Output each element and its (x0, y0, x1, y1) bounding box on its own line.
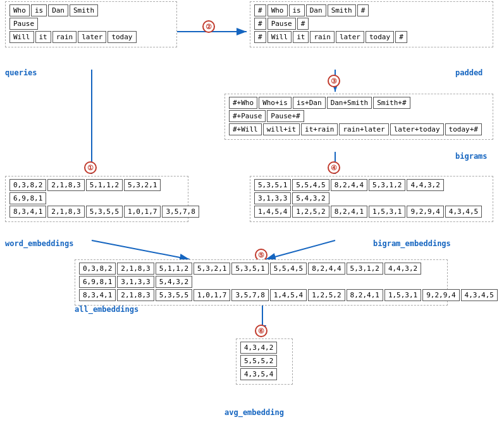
bigrams-row-0: #+Who Who+is is+Dan Dan+Smith Smith+# (229, 97, 489, 109)
token: 5,3,1,2 (347, 263, 383, 275)
queries-row-2: Will it rain later today (9, 31, 173, 43)
token: # (395, 31, 407, 43)
token: 5,1,1,2 (86, 179, 123, 191)
token: 5,3,5,1 (231, 263, 268, 275)
token: 4,3,4,5 (461, 289, 498, 301)
token: 8,3,4,1 (79, 289, 116, 301)
token: Pause+# (267, 110, 304, 122)
token: Dan (306, 4, 326, 16)
padded-row-1: # Pause # (254, 18, 489, 30)
padded-label: padded (455, 68, 482, 77)
step-1: ① (84, 161, 97, 174)
token: 5,5,5,2 (240, 355, 277, 367)
token: Pause (9, 18, 38, 30)
step-4: ④ (328, 161, 340, 174)
token: 1,2,5,2 (292, 206, 329, 218)
token: 5,3,2,1 (124, 179, 161, 191)
token: Dan+Smith (327, 97, 372, 109)
ae-row-2: 8,3,4,1 2,1,8,3 5,3,5,5 1,0,1,7 3,5,7,8 … (79, 289, 443, 301)
all-embeddings-box: 0,3,8,2 2,1,8,3 5,1,1,2 5,3,2,1 5,3,5,1 … (75, 259, 448, 306)
avg-embedding-label: avg_embedding (224, 408, 284, 417)
token: Will (267, 31, 292, 43)
token: today+# (445, 123, 482, 135)
token: 5,4,3,2 (292, 192, 329, 204)
token: 1,5,3,1 (384, 289, 421, 301)
token: 4,3,5,4 (240, 368, 277, 380)
token: 3,1,3,3 (254, 192, 291, 204)
token: Smith+# (373, 97, 410, 109)
token: 5,3,5,5 (156, 289, 192, 301)
token: Who (9, 4, 30, 16)
token: 9,2,9,4 (407, 206, 443, 218)
token: is (289, 4, 305, 16)
token: 1,0,1,7 (124, 206, 161, 218)
avg-embedding-box: 4,3,4,2 5,5,5,2 4,3,5,4 (236, 338, 293, 385)
token: # (254, 31, 266, 43)
token: 0,3,8,2 (9, 179, 46, 191)
bigram-embeddings-label: bigram_embeddings (373, 239, 451, 248)
avg-row-2: 4,3,5,4 (240, 368, 288, 380)
token: is+Dan (293, 97, 326, 109)
token: later (336, 31, 364, 43)
token: it+rain (301, 123, 338, 135)
bigrams-box: #+Who Who+is is+Dan Dan+Smith Smith+# #+… (224, 94, 493, 140)
token: 4,4,3,2 (384, 263, 421, 275)
bigrams-row-2: #+Will will+it it+rain rain+later later+… (229, 123, 489, 135)
token: Pause (267, 18, 296, 30)
we-row-1: 6,9,8,1 (9, 192, 184, 204)
token: later (78, 31, 106, 43)
token: 6,9,8,1 (9, 192, 46, 204)
token: 3,5,7,8 (231, 289, 268, 301)
token: Who (267, 4, 288, 16)
token: 9,2,9,4 (422, 289, 459, 301)
token: Will (9, 31, 34, 43)
token: 5,3,5,5 (86, 206, 123, 218)
token: 5,3,1,2 (369, 179, 405, 191)
be-row-0: 5,3,5,1 5,5,4,5 8,2,4,4 5,3,1,2 4,4,3,2 (254, 179, 489, 191)
token: will+it (263, 123, 300, 135)
token: 1,4,5,4 (270, 289, 307, 301)
queries-box: Who is Dan Smith Pause Will it rain late… (5, 1, 177, 47)
step-6: ⑥ (255, 325, 267, 337)
step-2: ② (202, 20, 215, 33)
padded-row-0: # Who is Dan Smith # (254, 4, 489, 16)
token: #+Will (229, 123, 262, 135)
token: 0,3,8,2 (79, 263, 116, 275)
token: Who+is (259, 97, 292, 109)
token: 8,2,4,4 (331, 179, 367, 191)
token: 2,1,8,3 (47, 206, 84, 218)
svg-line-5 (92, 240, 190, 259)
ae-row-0: 0,3,8,2 2,1,8,3 5,1,1,2 5,3,2,1 5,3,5,1 … (79, 263, 443, 275)
ae-row-1: 6,9,8,1 3,1,3,3 5,4,3,2 (79, 276, 443, 288)
token: 3,5,7,8 (162, 206, 199, 218)
token: 5,1,1,2 (156, 263, 192, 275)
token: today (108, 31, 136, 43)
token: 3,1,3,3 (117, 276, 154, 288)
token: Smith (328, 4, 356, 16)
be-row-2: 1,4,5,4 1,2,5,2 8,2,4,1 1,5,3,1 9,2,9,4 … (254, 206, 489, 218)
token: today (366, 31, 394, 43)
token: it (293, 31, 309, 43)
token: it (35, 31, 51, 43)
token: 2,1,8,3 (47, 179, 84, 191)
queries-row-1: Pause (9, 18, 173, 30)
token: 5,3,2,1 (194, 263, 230, 275)
token: # (357, 4, 369, 16)
token: 4,3,4,2 (240, 342, 277, 354)
token: 1,4,5,4 (254, 206, 291, 218)
token: 5,4,3,2 (156, 276, 192, 288)
queries-row-0: Who is Dan Smith (9, 4, 173, 16)
word-embeddings-label: word_embeddings (5, 239, 73, 248)
bigrams-row-1: #+Pause Pause+# (229, 110, 489, 122)
token: 1,2,5,2 (308, 289, 345, 301)
step-3: ③ (328, 75, 340, 87)
word-embeddings-box: 0,3,8,2 2,1,8,3 5,1,1,2 5,3,2,1 6,9,8,1 … (5, 176, 188, 222)
token: # (254, 18, 266, 30)
avg-row-1: 5,5,5,2 (240, 355, 288, 367)
token: 4,3,4,5 (445, 206, 482, 218)
we-row-0: 0,3,8,2 2,1,8,3 5,1,1,2 5,3,2,1 (9, 179, 184, 191)
token: 5,5,4,5 (270, 263, 307, 275)
we-row-2: 8,3,4,1 2,1,8,3 5,3,5,5 1,0,1,7 3,5,7,8 (9, 206, 184, 218)
token: 5,5,4,5 (292, 179, 329, 191)
token: 8,2,4,1 (331, 206, 367, 218)
